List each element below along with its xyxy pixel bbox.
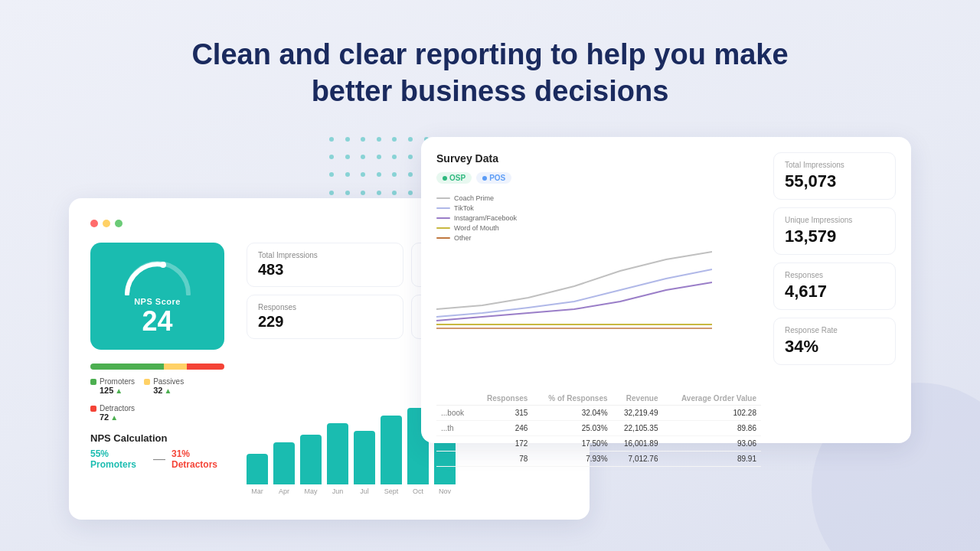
stat-total-impressions: Total Impressions 483 [247,243,403,287]
passives-label: Passives [153,377,184,386]
bar-column: Apr [273,442,295,495]
tag-pos-label: POS [489,174,505,182]
passives-value: 32 [153,386,162,395]
bar-column: May [300,435,322,495]
promoters-label: Promoters [100,377,135,386]
promoters-value: 125 [100,386,113,395]
table-cell [436,436,474,452]
survey-stat-total-value: 55,073 [785,171,884,191]
legend-detractors: Detractors 72 ▲ [90,404,135,422]
bar-month-label: May [304,487,317,495]
bar-column: Sept [381,416,402,495]
survey-stat-responses-label: Responses [785,271,884,279]
table-header-channel [436,392,474,406]
nps-score-value: 24 [142,308,172,335]
stat-responses: Responses 229 [247,295,403,339]
survey-stat-unique-label: Unique Impressions [785,216,884,224]
legend-line-other [436,237,450,239]
survey-right-stats: Total Impressions 55,073 Unique Impressi… [773,152,896,431]
bar-item [354,431,375,484]
survey-dashboard-card: Survey Data OSP POS Coach Prime [421,137,911,443]
legend-line-coach [436,197,450,199]
legend-word-of-mouth: Word of Mouth [436,224,761,232]
detractors-label: Detractors [100,404,135,412]
table-cell: 16,001.89 [612,436,663,452]
nps-legend-row: Promoters 125 ▲ Passives [90,377,228,422]
nps-score-panel: NPS Score 24 Promoters [90,243,228,497]
stat-total-impressions-label: Total Impressions [258,251,392,259]
bar-month-label: Sept [384,487,399,495]
nps-color-bar [90,364,224,370]
legend-coach-prime: Coach Prime [436,194,761,202]
passives-trend: ▲ [164,386,172,395]
survey-stat-unique-value: 13,579 [785,227,884,246]
table-row: 787.93%7,012.7689.91 [436,452,761,467]
detractors-value: 72 [100,412,109,422]
legend-label-other: Other [454,234,472,242]
legend-label-coach: Coach Prime [454,194,494,202]
table-header-responses: Responses [474,392,532,406]
legend-line-wom [436,227,450,229]
page-background: Clean and clear reporting to help you ma… [0,0,980,551]
bar-month-label: Nov [439,487,451,495]
table-cell: ...book [436,406,474,421]
legend-promoters: Promoters 125 ▲ [90,377,135,395]
stat-responses-label: Responses [258,303,392,311]
bar-month-label: Apr [279,487,289,495]
survey-left-panel: Survey Data OSP POS Coach Prime [436,152,761,431]
legend-label-wom: Word of Mouth [454,224,499,232]
table-cell: 22,105.35 [612,421,663,436]
legend-label-tiktok: TikTok [454,204,474,212]
bar-month-label: Mar [251,487,263,495]
tag-pos-dot [482,176,487,181]
table-cell: 246 [474,421,532,436]
table-row: 17217.50%16,001.8993.06 [436,436,761,452]
table-header-pct: % of Responses [532,392,612,406]
bar-month-label: Oct [413,487,423,495]
detractors-trend: ▲ [110,413,118,422]
survey-stat-responses-value: 4,617 [785,282,884,302]
survey-stat-rate-label: Response Rate [785,326,884,334]
table-cell: 315 [474,406,532,421]
table-cell: 172 [474,436,532,452]
table-row: ...th24625.03%22,105.3589.86 [436,421,761,436]
bar-column: Jun [327,423,348,495]
tag-osp[interactable]: OSP [436,172,472,184]
survey-tags: OSP POS [436,172,761,184]
hero-line2: better business decisions [312,75,669,107]
nps-calculation: NPS Calculation 55% Promoters — 31% Detr… [90,432,228,470]
legend-passives: Passives 32 ▲ [144,377,184,395]
bar-column: Jul [354,431,375,495]
nps-minus-sign: — [153,452,165,466]
survey-stat-total-label: Total Impressions [785,161,884,169]
hero-line1: Clean and clear reporting to help you ma… [191,38,788,70]
survey-stat-rate-value: 34% [785,337,884,357]
line-chart-svg [436,248,712,340]
dashboards-area: NPS Score 24 Promoters [69,137,911,535]
legend-tiktok: TikTok [436,204,761,212]
survey-data-table: Responses % of Responses Revenue Average… [436,392,761,467]
nps-calc-formula: 55% Promoters — 31% Detractors [90,448,228,470]
nps-gauge-box: NPS Score 24 [90,243,224,350]
bar-item [381,416,402,484]
table-cell: 93.06 [663,436,762,452]
table-cell [436,452,474,467]
line-chart-area [436,248,761,386]
table-cell: 25.03% [532,421,612,436]
table-cell: 89.86 [663,421,762,436]
survey-stat-total-impressions: Total Impressions 55,073 [773,152,896,200]
nps-detractors-pct: 31% Detractors [172,448,228,470]
legend-other: Other [436,234,761,242]
table-cell: 17.50% [532,436,612,452]
legend-line-instagram [436,217,450,219]
tag-osp-label: OSP [449,174,466,182]
tag-pos[interactable]: POS [476,172,511,184]
hero-title: Clean and clear reporting to help you ma… [191,37,788,109]
survey-title: Survey Data [436,152,761,165]
promoters-trend: ▲ [115,386,122,395]
gauge-arc [123,257,192,295]
svg-point-0 [160,262,166,268]
table-cell: 89.91 [663,452,762,467]
table-cell: 7,012.76 [612,452,663,467]
table-cell: 32,219.49 [612,406,663,421]
